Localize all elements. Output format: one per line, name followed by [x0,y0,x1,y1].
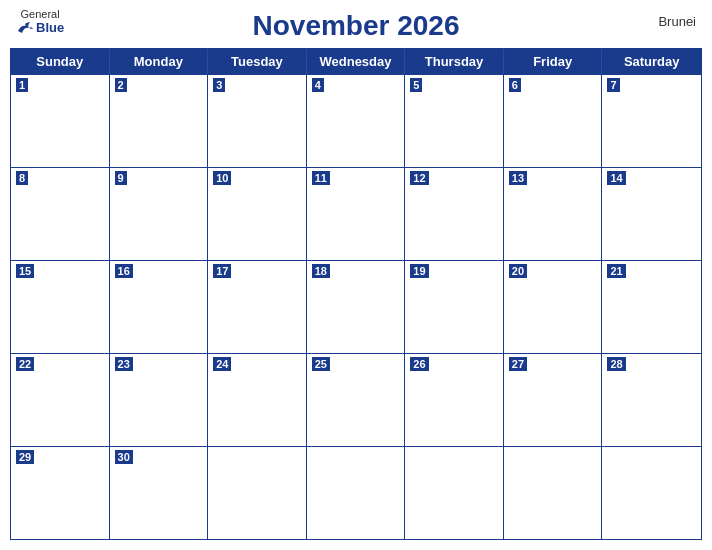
logo-bird-icon [16,21,34,35]
day-cell: 21 [602,261,701,353]
day-number: 21 [607,264,625,278]
day-number: 24 [213,357,231,371]
day-header-tuesday: Tuesday [208,49,307,74]
day-header-wednesday: Wednesday [307,49,406,74]
day-number: 14 [607,171,625,185]
day-cell: 18 [307,261,406,353]
day-number: 9 [115,171,127,185]
day-cell: 14 [602,168,701,260]
day-cell: 6 [504,75,603,167]
day-number: 2 [115,78,127,92]
day-number: 6 [509,78,521,92]
day-number: 29 [16,450,34,464]
day-cell: 20 [504,261,603,353]
day-number: 23 [115,357,133,371]
day-number: 8 [16,171,28,185]
calendar-page: General Blue November 2026 Brunei Sunday… [0,0,712,550]
day-cell: 22 [11,354,110,446]
day-number: 17 [213,264,231,278]
calendar-title: November 2026 [252,10,459,42]
day-cell: 4 [307,75,406,167]
day-cell: 0 [307,447,406,539]
day-number: 7 [607,78,619,92]
day-number: 22 [16,357,34,371]
day-cell: 30 [110,447,209,539]
day-number: 1 [16,78,28,92]
day-header-saturday: Saturday [602,49,701,74]
day-header-sunday: Sunday [11,49,110,74]
day-number: 20 [509,264,527,278]
calendar-grid: SundayMondayTuesdayWednesdayThursdayFrid… [10,48,702,540]
day-number: 11 [312,171,330,185]
day-cell: 1 [11,75,110,167]
day-cell: 2 [110,75,209,167]
day-number: 30 [115,450,133,464]
day-headers-row: SundayMondayTuesdayWednesdayThursdayFrid… [11,49,701,74]
week-row-4: 22232425262728 [11,353,701,446]
day-number: 15 [16,264,34,278]
day-number: 13 [509,171,527,185]
day-header-monday: Monday [110,49,209,74]
day-cell: 23 [110,354,209,446]
day-cell: 5 [405,75,504,167]
country-label: Brunei [658,14,696,29]
day-cell: 19 [405,261,504,353]
day-number: 18 [312,264,330,278]
day-cell: 12 [405,168,504,260]
week-row-2: 891011121314 [11,167,701,260]
day-cell: 15 [11,261,110,353]
day-cell: 0 [405,447,504,539]
day-cell: 28 [602,354,701,446]
logo-blue: Blue [16,20,64,35]
day-number: 28 [607,357,625,371]
logo: General Blue [16,8,64,35]
day-number: 10 [213,171,231,185]
day-cell: 26 [405,354,504,446]
day-cell: 11 [307,168,406,260]
day-cell: 25 [307,354,406,446]
weeks-container: 1234567891011121314151617181920212223242… [11,74,701,539]
day-cell: 8 [11,168,110,260]
day-cell: 24 [208,354,307,446]
day-number: 27 [509,357,527,371]
day-number: 5 [410,78,422,92]
day-cell: 17 [208,261,307,353]
day-cell: 0 [504,447,603,539]
day-header-thursday: Thursday [405,49,504,74]
day-cell: 10 [208,168,307,260]
day-cell: 0 [602,447,701,539]
day-header-friday: Friday [504,49,603,74]
calendar-header: General Blue November 2026 Brunei [0,0,712,48]
day-cell: 29 [11,447,110,539]
day-cell: 13 [504,168,603,260]
day-cell: 0 [208,447,307,539]
logo-general: General [21,8,60,20]
week-row-1: 1234567 [11,74,701,167]
day-number: 12 [410,171,428,185]
week-row-3: 15161718192021 [11,260,701,353]
day-cell: 7 [602,75,701,167]
week-row-5: 293000000 [11,446,701,539]
day-number: 19 [410,264,428,278]
day-cell: 9 [110,168,209,260]
day-number: 4 [312,78,324,92]
day-number: 26 [410,357,428,371]
day-cell: 16 [110,261,209,353]
day-number: 16 [115,264,133,278]
day-cell: 27 [504,354,603,446]
day-number: 3 [213,78,225,92]
day-cell: 3 [208,75,307,167]
day-number: 25 [312,357,330,371]
